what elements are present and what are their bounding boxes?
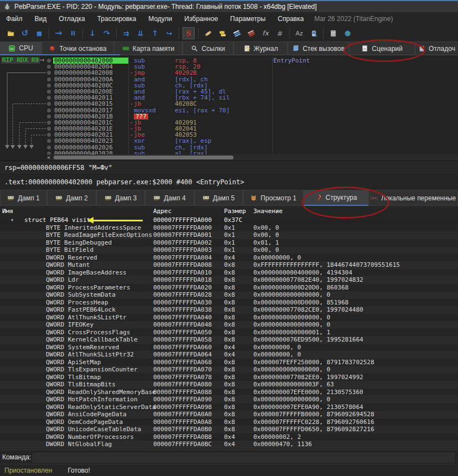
tab-references[interactable]: Ссылки [183,42,233,55]
tab-breakpoints[interactable]: Точки останова [41,42,114,55]
tab-dump-4[interactable]: Дамп 4 [145,190,194,206]
column-header[interactable]: Имя [2,206,13,216]
run-to-user-code-button[interactable]: ↪ [162,27,176,40]
tab-call-stack[interactable]: Стек вызовов [288,42,349,55]
breakpoint-dot[interactable] [46,95,53,101]
comment-button[interactable] [215,27,230,40]
collapse-icon[interactable]: ▾ [11,216,13,224]
struct-row[interactable]: BYTE BitField000007FFFFFDA0030x10x00, 0 [0,246,458,254]
step-into-button[interactable]: ↓ [85,27,100,40]
disasm-row[interactable]: 0000000000402008jmp40202B⌄ [46,70,458,76]
bookmark-button[interactable] [244,27,258,40]
struct-row[interactable]: QWORD CrossProcessFlags000007FFFFFDA0500… [0,329,458,337]
hash-button[interactable]: # [273,27,287,40]
struct-row[interactable]: QWORD ApiSetMap000007FFFFFDA0680x80x0000… [0,359,458,366]
title-bar[interactable]: PebParser.EXE - PID: 220 - Модуль: pebpa… [0,1,458,12]
struct-row[interactable]: QWORD HotPatchInformation000007FFFFFDA09… [0,396,458,403]
menu-item[interactable]: Вид [29,13,53,25]
column-header[interactable]: Размер [224,206,246,216]
menu-item[interactable]: Параметры [224,13,272,25]
struct-row-root[interactable]: ▾struct PEB64 visit000007FFFFFDA0000x37C [0,216,458,224]
struct-row[interactable]: DWORD NtGlobalFlag000007FFFFFDA0BC0x40x0… [0,441,458,448]
struct-row[interactable]: BYTE InheritedAddressSpace000007FFFFFDA0… [0,224,458,232]
scylla-button[interactable]: S [181,27,196,40]
menu-item[interactable]: Модули [142,13,178,25]
tab-dump-2[interactable]: Дамп 2 [47,190,96,206]
open-folder-button[interactable] [3,27,18,40]
menu-item[interactable]: Избранное [178,13,224,25]
scroll-left-icon[interactable]: ◂ [47,154,50,161]
tab-memory-map[interactable]: Карта памяти [114,42,183,55]
breakpoint-dot[interactable] [46,64,53,70]
scrollbar-thumb[interactable] [54,156,233,159]
pause-button[interactable]: II [66,27,80,40]
breakpoint-dot[interactable] [46,82,53,89]
breakpoint-dot[interactable] [46,76,53,82]
struct-row[interactable]: QWORD SubSystemData000007FFFFFDA0280x80x… [0,291,458,299]
struct-row[interactable]: QWORD AtlThunkSListPtr000007FFFFFDA0400x… [0,314,458,322]
step-over-button[interactable]: ↷ [100,27,114,40]
struct-row[interactable]: QWORD ProcessParameters000007FFFFFDA0200… [0,284,458,292]
struct-row[interactable]: QWORD TlsBitmapBits000007FFFFFDA0800x80x… [0,381,458,389]
breakpoint-dot[interactable] [46,101,53,107]
struct-row[interactable]: QWORD AnsiCodePageData000007FFFFFDA0A00x… [0,411,458,418]
restart-button[interactable]: ↺ [18,27,32,40]
tab-watch-1[interactable]: Просмотр 1 [243,190,304,206]
breakpoint-dot[interactable] [46,132,53,138]
handles-button[interactable] [306,27,321,40]
patch-button[interactable] [201,27,215,40]
struct-row[interactable]: QWORD Mutant000007FFFFFDA0080x80xFFFFFFF… [0,261,458,269]
column-header[interactable]: Адрес [153,206,171,216]
disasm-row[interactable]: 0000000000402017movsxdesi, [rax + 70] [46,107,458,113]
struct-row[interactable]: QWORD ReadOnlyStaticServerData000007FFFF… [0,403,458,411]
menu-item[interactable]: Файл [0,13,29,25]
run-button[interactable]: → [51,27,66,40]
struct-row[interactable]: QWORD ProcessHeap000007FFFFFDA0300x80x00… [0,299,458,307]
struct-row[interactable]: DWORD SystemReserved000007FFFFFDA0600x40… [0,344,458,351]
tab-script[interactable]: <>Сценарий [349,42,415,55]
menu-item[interactable]: Справка [272,13,310,25]
breakpoint-dot[interactable] [46,138,53,144]
struct-row[interactable]: QWORD OemCodePageData000007FFFFFDA0A80x8… [0,418,458,426]
struct-row[interactable]: QWORD Ldr000007FFFFFDA0180x80x0000000077… [0,276,458,284]
trace-into-button[interactable]: ⇉ [119,27,133,40]
struct-row[interactable]: BYTE BeingDebugged000007FFFFFDA0020x10x0… [0,239,458,247]
struct-row[interactable]: QWORD TlsBitmap000007FFFFFDA0780x80x0000… [0,374,458,381]
label-button[interactable] [230,27,244,40]
breakpoint-dot[interactable] [46,107,53,113]
struct-row[interactable]: DWORD Reserved000007FFFFFDA0040x40x00000… [0,254,458,262]
menu-item[interactable]: Трассировка [91,13,143,25]
breakpoint-dot[interactable] [46,126,53,132]
command-input[interactable] [32,452,456,464]
tab-debug-symbols[interactable]: Отладоч [415,42,458,55]
trace-over-button[interactable]: ⇊ [133,27,148,40]
struct-row[interactable]: QWORD IFEOKey000007FFFFFDA0480x80x000000… [0,321,458,329]
tab-dump-3[interactable]: Дамп 3 [96,190,145,206]
struct-row[interactable]: DWORD AtlThunkSListPtr32000007FFFFFDA064… [0,351,458,359]
tab-dump-1[interactable]: Дамп 1 [0,190,47,206]
column-header[interactable]: Значение [253,206,283,216]
execute-till-return-button[interactable]: ↑ [148,27,162,40]
struct-row[interactable]: BYTE ReadImageFileExecOptions000007FFFFF… [0,231,458,239]
functions-button[interactable]: fx [258,27,273,40]
disasm-row[interactable]: 0000000000402015jb40208C⌄ [46,101,458,107]
breakpoint-dot[interactable] [46,70,53,76]
menu-item[interactable]: Отладка [53,13,91,25]
tab-dump-5[interactable]: Дамп 5 [194,190,243,206]
struct-row[interactable]: QWORD KernelCallbackTable000007FFFFFDA05… [0,336,458,344]
breakpoint-dot[interactable] [46,58,53,64]
horizontal-scrollbar[interactable]: ◂ [46,154,458,161]
struct-row[interactable]: QWORD ImageBaseAddress000007FFFFFDA0100x… [0,269,458,277]
struct-row[interactable]: QWORD TlsExpansionCounter000007FFFFFDA07… [0,366,458,374]
tab-locals[interactable]: [x=]Локальные переменные [368,190,458,206]
stop-button[interactable]: ■ [32,27,46,40]
font-button[interactable]: Az [292,27,306,40]
tab-structure[interactable]: Структура [304,190,368,206]
breakpoint-dot[interactable] [46,89,53,95]
disasm-row[interactable]: 0000000000402023xor[rax], esp [46,138,458,144]
struct-row[interactable]: DWORD NumberOfProcessors000007FFFFFDA0B8… [0,433,458,441]
breakpoint-dot[interactable] [46,120,53,126]
calculator-button[interactable] [326,27,340,40]
tab-log[interactable]: Журнал [233,42,288,55]
breakpoint-dot[interactable] [46,144,53,151]
